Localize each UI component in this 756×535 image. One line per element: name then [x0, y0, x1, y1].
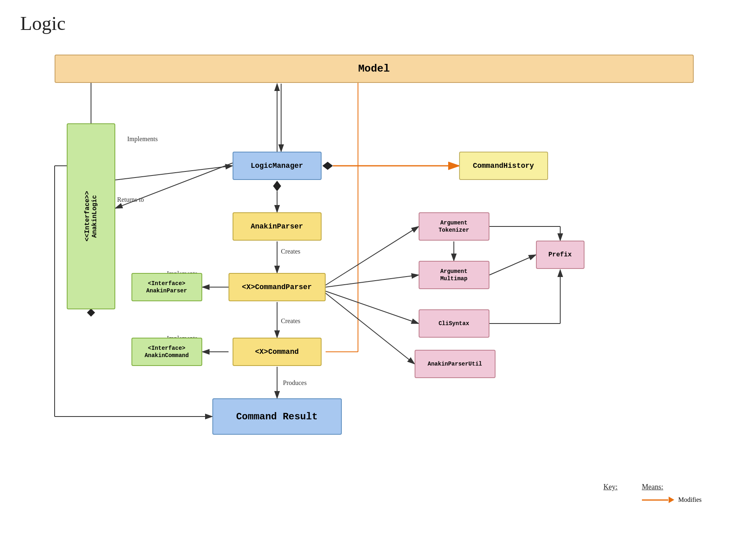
svg-marker-14 — [322, 162, 333, 170]
page-title: Logic — [0, 0, 756, 42]
key-item-modifies: Modifies — [642, 496, 702, 503]
creates-command-label: Creates — [281, 317, 301, 325]
interface-anakin-command-box: <Interface> AnakinCommand — [131, 338, 202, 366]
interface-anakin-parser-label: <Interface> AnakinParser — [146, 280, 187, 294]
anakin-parser-util-label: AnakinParserUtil — [428, 361, 482, 367]
returns-to-label: Returns to — [117, 196, 144, 203]
model-box: Model — [55, 55, 694, 83]
argument-multimap-box: Argument Multimap — [419, 261, 489, 289]
svg-line-27 — [326, 293, 415, 364]
argument-tokenizer-box: Argument Tokenizer — [419, 212, 489, 241]
anakin-parser-util-box: AnakinParserUtil — [415, 350, 496, 378]
means-column: Means: Modifies — [642, 483, 702, 503]
argument-multimap-label: Argument Multimap — [440, 268, 467, 282]
prefix-box: Prefix — [536, 241, 584, 269]
command-result-box: Command Result — [212, 398, 342, 435]
svg-marker-34 — [87, 309, 95, 317]
means-title: Means: — [642, 483, 702, 491]
cli-syntax-box: CliSyntax — [419, 309, 489, 338]
arrows-svg — [14, 42, 742, 535]
x-command-parser-box: <X>CommandParser — [229, 273, 326, 301]
command-history-box: CommandHistory — [459, 152, 548, 180]
anakin-parser-label: AnakinParser — [251, 222, 303, 230]
modifies-label: Modifies — [678, 496, 702, 503]
command-history-label: CommandHistory — [473, 162, 534, 170]
logic-manager-box: LogicManager — [233, 152, 322, 180]
svg-line-25 — [326, 275, 419, 287]
diagram-container: Implements Returns to Creates Implements… — [14, 42, 742, 535]
prefix-label: Prefix — [548, 251, 572, 258]
anakin-logic-label: <<Interface>> AnakinLogic — [84, 191, 98, 242]
interface-anakin-command-label: <Interface> AnakinCommand — [144, 345, 188, 359]
x-command-label: <X>Command — [255, 348, 299, 356]
cli-syntax-label: CliSyntax — [438, 320, 469, 327]
x-command-parser-label: <X>CommandParser — [242, 283, 312, 291]
key-title: Key: — [604, 483, 618, 491]
model-label: Model — [358, 63, 390, 75]
argument-tokenizer-label: Argument Tokenizer — [438, 219, 469, 234]
implements-label: Implements — [127, 135, 158, 143]
anakin-parser-box: AnakinParser — [233, 212, 322, 241]
produces-label: Produces — [283, 379, 307, 387]
logic-manager-label: LogicManager — [251, 162, 303, 170]
svg-marker-12 — [273, 181, 281, 191]
svg-line-29 — [489, 255, 536, 275]
interface-anakin-parser-box: <Interface> AnakinParser — [131, 273, 202, 301]
key-section: Key: Means: Modifies — [604, 483, 702, 503]
key-column: Key: — [604, 483, 618, 496]
svg-line-10 — [115, 166, 233, 180]
svg-line-24 — [326, 226, 419, 285]
orange-arrow-icon — [642, 497, 674, 503]
creates-parser-label: Creates — [281, 248, 301, 255]
svg-line-26 — [326, 291, 419, 324]
command-result-label: Command Result — [236, 411, 318, 422]
anakin-logic-box: <<Interface>> AnakinLogic — [67, 123, 115, 309]
x-command-box: <X>Command — [233, 338, 322, 366]
